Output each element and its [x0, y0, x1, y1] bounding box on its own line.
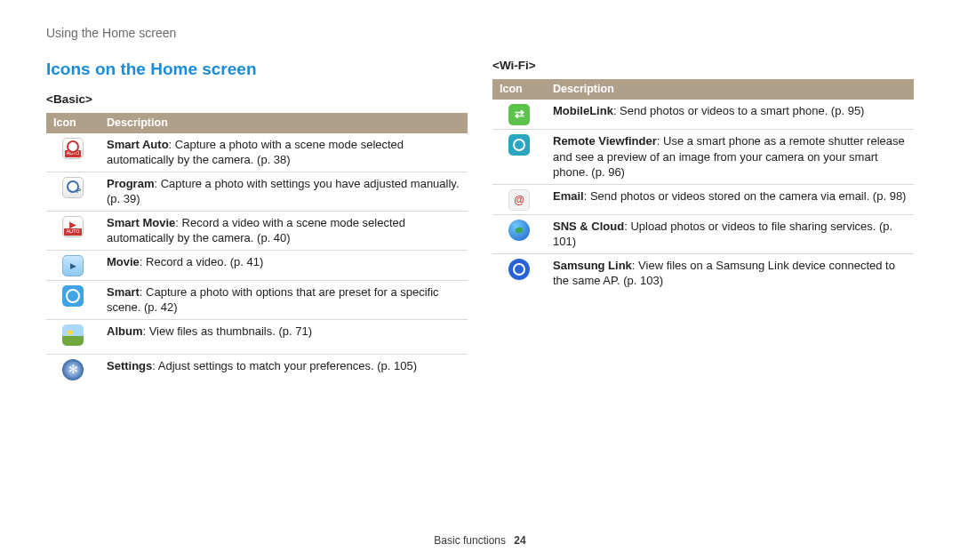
- description-term: Movie: [107, 255, 140, 268]
- table-header-desc: Description: [100, 113, 468, 133]
- breadcrumb: Using the Home screen: [46, 25, 914, 42]
- description-cell: Smart Movie: Record a video with a scene…: [100, 211, 468, 250]
- description-text: : Send photos or videos stored on the ca…: [584, 189, 907, 203]
- samsung-link-icon: [508, 259, 530, 280]
- table-row: Email: Send photos or videos stored on t…: [492, 184, 914, 214]
- icon-cell: [46, 250, 100, 280]
- table-row: Smart: Capture a photo with options that…: [46, 280, 468, 319]
- description-cell: Remote Viewfinder: Use a smart phone as …: [546, 129, 914, 184]
- icon-cell: [46, 172, 100, 211]
- section-title: Icons on the Home screen: [46, 58, 468, 81]
- globe-icon: [508, 220, 530, 241]
- description-term: Settings: [107, 359, 152, 372]
- smart-auto-icon: [62, 138, 84, 159]
- icon-cell: [492, 129, 546, 184]
- smart-movie-icon: [62, 216, 84, 237]
- icon-cell: [46, 211, 100, 250]
- icon-cell: [46, 280, 100, 319]
- settings-icon: [62, 359, 84, 380]
- description-text: : Record a video. (p. 41): [140, 255, 263, 268]
- icon-cell: [492, 184, 546, 214]
- description-term: SNS & Cloud: [553, 220, 624, 233]
- icon-cell: [46, 354, 100, 384]
- description-term: Email: [553, 189, 584, 203]
- album-icon: [62, 324, 84, 346]
- description-cell: Smart Auto: Capture a photo with a scene…: [100, 133, 468, 172]
- description-text: : Adjust settings to match your preferen…: [152, 359, 417, 372]
- description-term: Album: [107, 324, 142, 338]
- table-header-icon: Icon: [46, 113, 100, 133]
- description-term: Remote Viewfinder: [553, 134, 657, 148]
- description-text: : Send photos or videos to a smart phone…: [613, 104, 865, 117]
- table-row: Movie: Record a video. (p. 41): [46, 250, 468, 280]
- description-term: Smart Auto: [107, 138, 169, 151]
- column-right: <Wi-Fi> Icon Description MobileLink: Sen…: [492, 58, 914, 384]
- email-icon: [508, 189, 530, 211]
- description-term: MobileLink: [553, 104, 613, 117]
- table-row: Settings: Adjust settings to match your …: [46, 354, 468, 384]
- column-left: Icons on the Home screen <Basic> Icon De…: [46, 58, 468, 384]
- table-row: Album: View files as thumbnails. (p. 71): [46, 320, 468, 355]
- page-footer: Basic functions 24: [0, 533, 960, 548]
- description-term: Smart: [107, 285, 140, 299]
- group-label-basic: <Basic>: [46, 92, 468, 108]
- table-row: SNS & Cloud: Upload photos or videos to …: [492, 214, 914, 253]
- remote-vf-icon: [508, 134, 530, 156]
- program-icon: [62, 177, 84, 198]
- icon-cell: [46, 133, 100, 172]
- table-row: Samsung Link: View files on a Samsung Li…: [492, 253, 914, 292]
- table-row: Smart Auto: Capture a photo with a scene…: [46, 133, 468, 172]
- movie-icon: [62, 255, 84, 276]
- table-header-desc: Description: [546, 79, 914, 100]
- description-cell: MobileLink: Send photos or videos to a s…: [546, 100, 914, 130]
- description-text: : Capture a photo with settings you have…: [107, 177, 460, 206]
- description-cell: SNS & Cloud: Upload photos or videos to …: [546, 214, 914, 253]
- table-basic: Icon Description Smart Auto: Capture a p…: [46, 113, 468, 384]
- description-cell: Program: Capture a photo with settings y…: [100, 172, 468, 211]
- group-label-wifi: <Wi-Fi>: [492, 58, 914, 74]
- icon-cell: [46, 320, 100, 355]
- table-row: Program: Capture a photo with settings y…: [46, 172, 468, 211]
- description-cell: Movie: Record a video. (p. 41): [100, 250, 468, 280]
- smart-icon: [62, 285, 84, 307]
- description-term: Samsung Link: [553, 259, 632, 272]
- footer-page-number: 24: [514, 534, 525, 547]
- mobilelink-icon: [508, 104, 530, 125]
- description-cell: Smart: Capture a photo with options that…: [100, 280, 468, 319]
- description-cell: Samsung Link: View files on a Samsung Li…: [546, 253, 914, 292]
- description-cell: Album: View files as thumbnails. (p. 71): [100, 320, 468, 355]
- icon-cell: [492, 253, 546, 292]
- description-text: : Capture a photo with options that are …: [107, 285, 439, 315]
- icon-cell: [492, 100, 546, 130]
- table-header-icon: Icon: [492, 79, 546, 100]
- description-term: Program: [107, 177, 154, 190]
- icon-cell: [492, 214, 546, 253]
- description-cell: Email: Send photos or videos stored on t…: [546, 184, 914, 214]
- table-row: MobileLink: Send photos or videos to a s…: [492, 100, 914, 130]
- description-text: : View files as thumbnails. (p. 71): [142, 324, 312, 338]
- description-term: Smart Movie: [107, 216, 175, 229]
- footer-section: Basic functions: [434, 534, 506, 547]
- table-row: Smart Movie: Record a video with a scene…: [46, 211, 468, 250]
- description-cell: Settings: Adjust settings to match your …: [100, 354, 468, 384]
- table-wifi: Icon Description MobileLink: Send photos…: [492, 79, 914, 292]
- table-row: Remote Viewfinder: Use a smart phone as …: [492, 129, 914, 184]
